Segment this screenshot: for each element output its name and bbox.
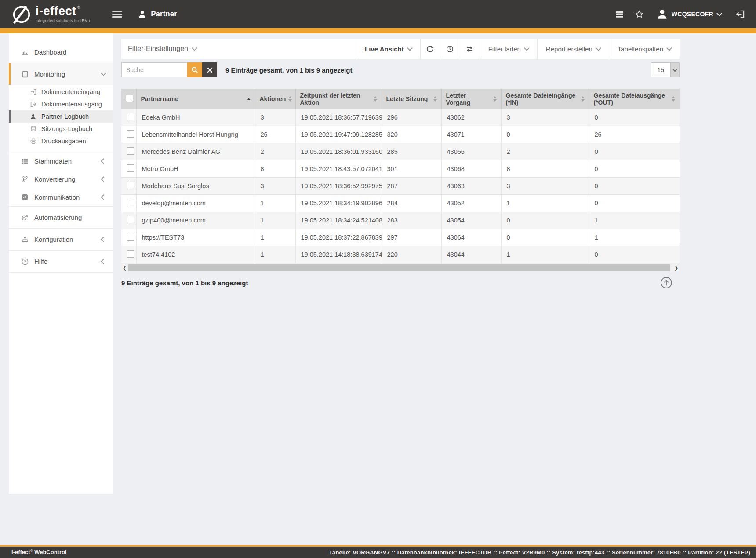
table-row[interactable]: develop@menten.com119.05.2021 18:34:19.9… (121, 195, 680, 212)
scroll-to-top-button[interactable] (660, 277, 672, 289)
report-create-button[interactable]: Report erstellen (537, 39, 609, 59)
table-cell: 0 (589, 178, 680, 195)
refresh-button[interactable] (420, 39, 440, 59)
app-logo[interactable]: i-effect ® integrated solutions for IBM … (11, 4, 90, 24)
live-view-button[interactable]: Live Ansicht (356, 39, 420, 59)
clear-search-button[interactable] (202, 62, 217, 77)
chevron-left-icon (101, 176, 106, 182)
table-cell: 19.05.2021 14:18:38.639174 (295, 246, 382, 263)
column-header[interactable]: Letzte Sitzung (382, 89, 441, 109)
sidebar-item-label: Druckausgaben (41, 138, 86, 145)
server-icon[interactable] (615, 11, 624, 18)
sort-icon[interactable] (374, 96, 377, 102)
table-columns-button[interactable]: Tabellenspalten (609, 39, 680, 59)
column-header[interactable]: Letzter Vorgang (441, 89, 501, 109)
auto-reload-button[interactable] (460, 39, 480, 59)
sort-icon[interactable] (493, 96, 497, 102)
table-row[interactable]: Lebensmittelhandel Horst Hungrig2619.05.… (121, 126, 680, 143)
row-checkbox[interactable] (127, 233, 134, 241)
search-row: 9 Einträge gesamt, von 1 bis 9 angezeigt… (121, 62, 680, 77)
column-header-label: Aktionen (260, 95, 286, 102)
table-cell: Mercedes Benz Daimler AG (136, 143, 255, 160)
select-all-checkbox[interactable] (126, 95, 133, 102)
sidebar-item-dashboard[interactable]: Dashboard (9, 41, 113, 63)
column-header[interactable]: Aktionen (255, 89, 295, 109)
sidebar-item-sitzungs-logbuch[interactable]: Sitzungs-Logbuch (9, 123, 113, 135)
search-input[interactable] (121, 62, 187, 77)
username-label: WCQSECOFR (672, 11, 713, 18)
history-button[interactable] (440, 39, 460, 59)
page-size-value: 15 (651, 63, 670, 77)
filter-settings-button[interactable]: Filter-Einstellungen (121, 39, 356, 59)
sort-icon[interactable] (581, 96, 585, 102)
sidebar-item-label: Kommunikation (34, 193, 96, 201)
brand-tagline: integrated solutions for IBM i (36, 19, 90, 23)
scrollbar-track[interactable] (128, 264, 673, 271)
row-checkbox[interactable] (127, 113, 134, 120)
favorites-star-icon[interactable] (635, 10, 643, 18)
sidebar-item-stammdaten[interactable]: Stammdaten (9, 152, 113, 170)
table-row[interactable]: https://TEST73119.05.2021 18:37:22.86783… (121, 229, 680, 246)
gears-icon (21, 214, 29, 221)
sidebar-item-automatisierung[interactable]: Automatisierung (9, 207, 113, 228)
table-cell: 8 (255, 160, 295, 178)
table-row[interactable]: Mercedes Benz Daimler AG219.05.2021 18:3… (121, 143, 680, 160)
table-cell: 3 (255, 178, 295, 195)
chevron-down-icon (716, 11, 722, 16)
row-checkbox[interactable] (127, 250, 134, 258)
column-header[interactable]: Gesamte Dateiausgänge (*OUT) (589, 89, 680, 109)
sidebar-item-partner-logbuch[interactable]: Partner-Logbuch (9, 110, 113, 123)
scroll-left-arrow-icon[interactable]: ❮ (121, 264, 128, 271)
select-all-header[interactable] (121, 89, 136, 109)
page-title: Partner (151, 10, 177, 18)
table-cell: Metro GmbH (136, 160, 255, 178)
row-checkbox[interactable] (127, 130, 134, 138)
horizontal-scrollbar[interactable]: ❮ ❯ (121, 264, 680, 271)
table-cell: 1 (255, 195, 295, 212)
sidebar-item-druckausgaben[interactable]: Druckausgaben (9, 135, 113, 147)
table-cell: 43071 (441, 126, 501, 143)
sidebar-item-dokumenteneingang[interactable]: Dokumenteneingang (9, 86, 113, 98)
table-cell: 3 (501, 109, 589, 126)
sort-icon[interactable] (247, 98, 251, 100)
column-header[interactable]: Gesamte Dateieingänge (*IN) (501, 89, 589, 109)
sidebar-item-hilfe[interactable]: ? Hilfe (9, 251, 113, 272)
column-header[interactable]: Zeitpunkt der letzten Aktion (295, 89, 382, 109)
sidebar-item-konvertierung[interactable]: Konvertierung (9, 170, 113, 188)
sidebar-item-konfiguration[interactable]: Konfiguration (9, 229, 113, 250)
user-menu[interactable]: WCQSECOFR (657, 9, 721, 20)
logout-icon[interactable] (736, 10, 745, 18)
table-row[interactable]: test74:4102119.05.2021 14:18:38.63917422… (121, 246, 680, 263)
select-arrow (670, 63, 679, 77)
row-checkbox[interactable] (127, 164, 134, 172)
table-row[interactable]: Metro GmbH819.05.2021 18:43:57.072041301… (121, 160, 680, 178)
row-checkbox[interactable] (127, 216, 134, 223)
table-cell: gzip400@menten.com (136, 212, 255, 229)
column-header-label: Gesamte Dateiausgänge (*OUT) (594, 92, 669, 106)
page-size-select[interactable]: 15 (651, 62, 680, 77)
sort-icon[interactable] (672, 96, 675, 102)
sidebar-toggle-hamburger-icon[interactable] (112, 9, 122, 19)
row-checkbox-cell (121, 195, 136, 212)
sidebar-item-label: Dokumenteneingang (41, 88, 100, 95)
row-checkbox[interactable] (127, 147, 134, 155)
column-header-label: Partnername (141, 95, 179, 102)
app-window: i-effect ® integrated solutions for IBM … (0, 0, 756, 558)
column-header[interactable]: Partnername (136, 89, 255, 109)
sort-icon[interactable] (288, 96, 292, 102)
search-button[interactable] (187, 62, 202, 77)
scrollbar-thumb[interactable] (128, 264, 670, 271)
row-checkbox[interactable] (127, 182, 134, 189)
filter-load-button[interactable]: Filter laden (480, 39, 537, 59)
sort-icon[interactable] (433, 96, 437, 102)
table-cell: Edeka GmbH (136, 109, 255, 126)
scroll-right-arrow-icon[interactable]: ❯ (673, 264, 680, 271)
table-row[interactable]: Modehaus Susi Sorglos319.05.2021 18:36:5… (121, 178, 680, 195)
sidebar-item-kommunikation[interactable]: Kommunikation (9, 188, 113, 206)
row-checkbox[interactable] (127, 199, 134, 206)
table-cell: 1 (255, 212, 295, 229)
sidebar-item-dokumentenausgang[interactable]: Dokumentenausgang (9, 98, 113, 110)
sidebar-item-monitoring[interactable]: Monitoring (9, 63, 113, 85)
table-row[interactable]: gzip400@menten.com119.05.2021 18:34:24.5… (121, 212, 680, 229)
table-row[interactable]: Edeka GmbH319.05.2021 18:36:57.719639296… (121, 109, 680, 126)
